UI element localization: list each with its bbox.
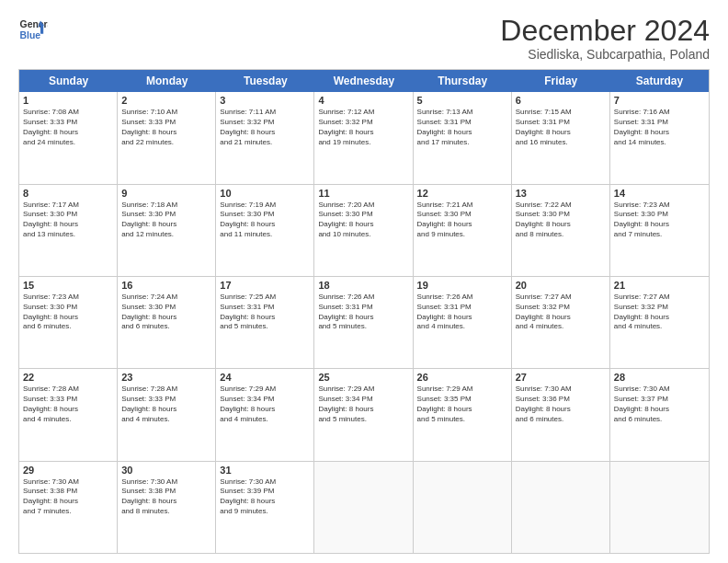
day-info-27: Sunrise: 7:30 AMSunset: 3:36 PMDaylight:…	[516, 385, 606, 424]
day-1: 1Sunrise: 7:08 AMSunset: 3:33 PMDaylight…	[19, 92, 118, 183]
day-info-18: Sunrise: 7:26 AMSunset: 3:31 PMDaylight:…	[318, 293, 408, 332]
day-11: 11Sunrise: 7:20 AMSunset: 3:30 PMDayligh…	[314, 185, 413, 276]
calendar-body: 1Sunrise: 7:08 AMSunset: 3:33 PMDaylight…	[19, 92, 709, 553]
day-13: 13Sunrise: 7:22 AMSunset: 3:30 PMDayligh…	[512, 185, 610, 276]
logo: General Blue	[18, 15, 48, 44]
day-info-11: Sunrise: 7:20 AMSunset: 3:30 PMDaylight:…	[318, 201, 408, 240]
day-info-8: Sunrise: 7:17 AMSunset: 3:30 PMDaylight:…	[23, 201, 113, 240]
day-number-20: 20	[516, 280, 606, 291]
day-info-16: Sunrise: 7:24 AMSunset: 3:30 PMDaylight:…	[121, 293, 211, 332]
day-info-29: Sunrise: 7:30 AMSunset: 3:38 PMDaylight:…	[23, 477, 113, 517]
day-number-29: 29	[23, 465, 113, 476]
day-info-25: Sunrise: 7:29 AMSunset: 3:34 PMDaylight:…	[318, 385, 408, 424]
day-info-24: Sunrise: 7:29 AMSunset: 3:34 PMDaylight:…	[220, 385, 310, 424]
day-7: 7Sunrise: 7:16 AMSunset: 3:31 PMDaylight…	[610, 92, 709, 183]
day-number-12: 12	[417, 188, 507, 199]
day-info-20: Sunrise: 7:27 AMSunset: 3:32 PMDaylight:…	[516, 293, 606, 332]
day-number-30: 30	[121, 465, 211, 476]
day-21: 21Sunrise: 7:27 AMSunset: 3:32 PMDayligh…	[610, 277, 709, 368]
day-12: 12Sunrise: 7:21 AMSunset: 3:30 PMDayligh…	[414, 185, 512, 276]
subtitle: Siedliska, Subcarpathia, Poland	[500, 47, 710, 62]
day-info-1: Sunrise: 7:08 AMSunset: 3:33 PMDaylight:…	[23, 108, 113, 147]
page: General Blue December 2024 Siedliska, Su…	[0, 0, 728, 563]
calendar: Sunday Monday Tuesday Wednesday Thursday…	[18, 69, 710, 554]
day-3: 3Sunrise: 7:11 AMSunset: 3:32 PMDaylight…	[216, 92, 314, 183]
day-number-18: 18	[318, 280, 408, 291]
day-27: 27Sunrise: 7:30 AMSunset: 3:36 PMDayligh…	[512, 369, 610, 460]
day-info-13: Sunrise: 7:22 AMSunset: 3:30 PMDaylight:…	[516, 201, 606, 240]
day-number-1: 1	[23, 95, 113, 106]
title-block: December 2024 Siedliska, Subcarpathia, P…	[500, 15, 710, 62]
day-number-23: 23	[121, 372, 211, 383]
day-info-23: Sunrise: 7:28 AMSunset: 3:33 PMDaylight:…	[121, 385, 211, 424]
day-number-5: 5	[417, 95, 507, 106]
week-row-4: 22Sunrise: 7:28 AMSunset: 3:33 PMDayligh…	[19, 369, 709, 461]
day-8: 8Sunrise: 7:17 AMSunset: 3:30 PMDaylight…	[19, 185, 118, 276]
day-info-14: Sunrise: 7:23 AMSunset: 3:30 PMDaylight:…	[614, 201, 705, 240]
week-row-1: 1Sunrise: 7:08 AMSunset: 3:33 PMDaylight…	[19, 92, 709, 184]
day-info-3: Sunrise: 7:11 AMSunset: 3:32 PMDaylight:…	[220, 108, 310, 147]
day-number-26: 26	[417, 372, 507, 383]
week-row-3: 15Sunrise: 7:23 AMSunset: 3:30 PMDayligh…	[19, 277, 709, 369]
day-number-22: 22	[23, 372, 113, 383]
week-row-5: 29Sunrise: 7:30 AMSunset: 3:38 PMDayligh…	[19, 462, 709, 553]
day-number-7: 7	[614, 95, 705, 106]
day-6: 6Sunrise: 7:15 AMSunset: 3:31 PMDaylight…	[512, 92, 610, 183]
day-info-21: Sunrise: 7:27 AMSunset: 3:32 PMDaylight:…	[614, 293, 705, 332]
header-saturday: Saturday	[610, 70, 709, 92]
day-number-10: 10	[220, 188, 310, 199]
day-number-4: 4	[318, 95, 408, 106]
day-number-25: 25	[318, 372, 408, 383]
day-number-8: 8	[23, 188, 113, 199]
day-info-31: Sunrise: 7:30 AMSunset: 3:39 PMDaylight:…	[220, 477, 310, 517]
day-19: 19Sunrise: 7:26 AMSunset: 3:31 PMDayligh…	[414, 277, 512, 368]
day-info-10: Sunrise: 7:19 AMSunset: 3:30 PMDaylight:…	[220, 201, 310, 240]
header: General Blue December 2024 Siedliska, Su…	[18, 15, 710, 62]
day-30: 30Sunrise: 7:30 AMSunset: 3:38 PMDayligh…	[118, 462, 216, 553]
day-info-15: Sunrise: 7:23 AMSunset: 3:30 PMDaylight:…	[23, 293, 113, 332]
day-number-14: 14	[614, 188, 705, 199]
day-number-13: 13	[516, 188, 606, 199]
day-10: 10Sunrise: 7:19 AMSunset: 3:30 PMDayligh…	[216, 185, 314, 276]
day-info-26: Sunrise: 7:29 AMSunset: 3:35 PMDaylight:…	[417, 385, 507, 424]
day-17: 17Sunrise: 7:25 AMSunset: 3:31 PMDayligh…	[216, 277, 314, 368]
day-info-6: Sunrise: 7:15 AMSunset: 3:31 PMDaylight:…	[516, 108, 606, 147]
header-sunday: Sunday	[19, 70, 118, 92]
day-16: 16Sunrise: 7:24 AMSunset: 3:30 PMDayligh…	[118, 277, 216, 368]
day-15: 15Sunrise: 7:23 AMSunset: 3:30 PMDayligh…	[19, 277, 118, 368]
day-number-24: 24	[220, 372, 310, 383]
day-number-3: 3	[220, 95, 310, 106]
day-29: 29Sunrise: 7:30 AMSunset: 3:38 PMDayligh…	[19, 462, 118, 553]
day-number-11: 11	[318, 188, 408, 199]
empty-cell-4-4	[414, 462, 512, 553]
day-number-21: 21	[614, 280, 705, 291]
day-22: 22Sunrise: 7:28 AMSunset: 3:33 PMDayligh…	[19, 369, 118, 460]
header-thursday: Thursday	[414, 70, 512, 92]
day-26: 26Sunrise: 7:29 AMSunset: 3:35 PMDayligh…	[414, 369, 512, 460]
day-info-17: Sunrise: 7:25 AMSunset: 3:31 PMDaylight:…	[220, 293, 310, 332]
day-number-2: 2	[121, 95, 211, 106]
day-number-9: 9	[121, 188, 211, 199]
day-28: 28Sunrise: 7:30 AMSunset: 3:37 PMDayligh…	[610, 369, 709, 460]
day-info-12: Sunrise: 7:21 AMSunset: 3:30 PMDaylight:…	[417, 201, 507, 240]
day-24: 24Sunrise: 7:29 AMSunset: 3:34 PMDayligh…	[216, 369, 314, 460]
day-info-4: Sunrise: 7:12 AMSunset: 3:32 PMDaylight:…	[318, 108, 408, 147]
header-wednesday: Wednesday	[314, 70, 413, 92]
day-14: 14Sunrise: 7:23 AMSunset: 3:30 PMDayligh…	[610, 185, 709, 276]
header-monday: Monday	[118, 70, 216, 92]
header-tuesday: Tuesday	[216, 70, 314, 92]
week-row-2: 8Sunrise: 7:17 AMSunset: 3:30 PMDaylight…	[19, 185, 709, 277]
day-20: 20Sunrise: 7:27 AMSunset: 3:32 PMDayligh…	[512, 277, 610, 368]
day-9: 9Sunrise: 7:18 AMSunset: 3:30 PMDaylight…	[118, 185, 216, 276]
day-31: 31Sunrise: 7:30 AMSunset: 3:39 PMDayligh…	[216, 462, 314, 553]
day-4: 4Sunrise: 7:12 AMSunset: 3:32 PMDaylight…	[314, 92, 413, 183]
day-number-16: 16	[121, 280, 211, 291]
day-info-5: Sunrise: 7:13 AMSunset: 3:31 PMDaylight:…	[417, 108, 507, 147]
day-23: 23Sunrise: 7:28 AMSunset: 3:33 PMDayligh…	[118, 369, 216, 460]
day-info-19: Sunrise: 7:26 AMSunset: 3:31 PMDaylight:…	[417, 293, 507, 332]
empty-cell-4-5	[512, 462, 610, 553]
day-info-2: Sunrise: 7:10 AMSunset: 3:33 PMDaylight:…	[121, 108, 211, 147]
day-number-28: 28	[614, 372, 705, 383]
day-2: 2Sunrise: 7:10 AMSunset: 3:33 PMDaylight…	[118, 92, 216, 183]
empty-cell-4-6	[610, 462, 709, 553]
